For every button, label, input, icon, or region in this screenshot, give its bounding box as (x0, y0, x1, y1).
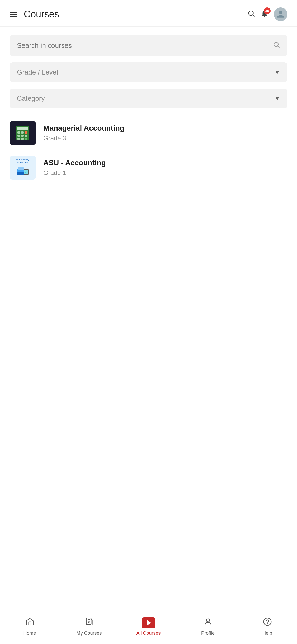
thumbnail-icon (16, 165, 29, 177)
nav-label-help: Help (262, 631, 272, 636)
svg-rect-5 (17, 127, 28, 130)
page-title: Courses (24, 9, 247, 20)
search-input[interactable] (17, 42, 273, 50)
course-name: Managerial Accounting (43, 124, 287, 132)
course-grade: Grade 3 (43, 135, 287, 142)
grade-level-label: Grade / Level (17, 68, 274, 76)
svg-rect-9 (17, 135, 20, 137)
notification-bell[interactable]: 35 (261, 10, 268, 19)
nav-label-my-courses: My Courses (76, 631, 102, 636)
svg-rect-24 (86, 618, 91, 625)
course-list: Managerial Accounting Grade 3 Accounting… (10, 116, 287, 185)
nav-item-my-courses[interactable]: My Courses (59, 617, 119, 636)
svg-rect-17 (18, 167, 24, 170)
profile-icon (204, 617, 213, 628)
svg-point-26 (263, 618, 271, 625)
course-info: ASU - Accounting Grade 1 (43, 159, 287, 177)
menu-icon[interactable] (10, 12, 17, 17)
nav-label-profile: Profile (201, 631, 215, 636)
grade-level-dropdown[interactable]: Grade / Level ▼ (10, 62, 287, 82)
search-bar-icon (273, 41, 280, 50)
nav-item-help[interactable]: Help (238, 617, 297, 636)
svg-rect-10 (21, 135, 24, 137)
svg-rect-12 (17, 138, 20, 140)
svg-rect-11 (25, 135, 27, 137)
nav-item-all-courses[interactable]: All Courses (119, 617, 178, 636)
nav-label-home: Home (23, 631, 36, 636)
svg-rect-6 (17, 131, 20, 134)
svg-rect-7 (21, 131, 24, 134)
thumbnail-text: AccountingPrinciples (16, 158, 29, 164)
svg-line-1 (253, 15, 254, 16)
category-dropdown[interactable]: Category ▼ (10, 89, 287, 108)
home-icon (25, 617, 34, 628)
chevron-down-icon: ▼ (274, 69, 280, 76)
main-content: Grade / Level ▼ Category ▼ (0, 27, 297, 644)
avatar[interactable] (274, 7, 287, 21)
help-icon (263, 617, 272, 628)
course-name: ASU - Accounting (43, 159, 287, 167)
search-icon[interactable] (247, 10, 255, 19)
svg-point-27 (267, 623, 267, 624)
course-grade: Grade 1 (43, 169, 287, 177)
course-thumbnail (10, 121, 36, 145)
svg-rect-14 (25, 138, 27, 140)
svg-line-3 (278, 46, 279, 47)
svg-point-25 (206, 619, 209, 622)
my-courses-icon (85, 617, 94, 628)
svg-rect-8 (25, 131, 27, 134)
header: Courses 35 (0, 0, 297, 27)
nav-label-all-courses: All Courses (136, 631, 161, 636)
nav-item-home[interactable]: Home (0, 617, 59, 636)
bottom-nav: Home My Courses All Courses (0, 612, 297, 644)
search-bar[interactable] (10, 35, 287, 56)
all-courses-icon (142, 617, 155, 628)
nav-item-profile[interactable]: Profile (178, 617, 238, 636)
chevron-down-icon: ▼ (274, 95, 280, 102)
list-item[interactable]: Managerial Accounting Grade 3 (10, 116, 287, 150)
svg-rect-13 (21, 138, 24, 140)
list-item[interactable]: AccountingPrinciples (10, 150, 287, 185)
notification-badge: 35 (264, 7, 271, 14)
category-label: Category (17, 94, 274, 103)
course-info: Managerial Accounting Grade 3 (43, 124, 287, 142)
course-thumbnail: AccountingPrinciples (10, 156, 36, 180)
header-actions: 35 (247, 7, 287, 21)
